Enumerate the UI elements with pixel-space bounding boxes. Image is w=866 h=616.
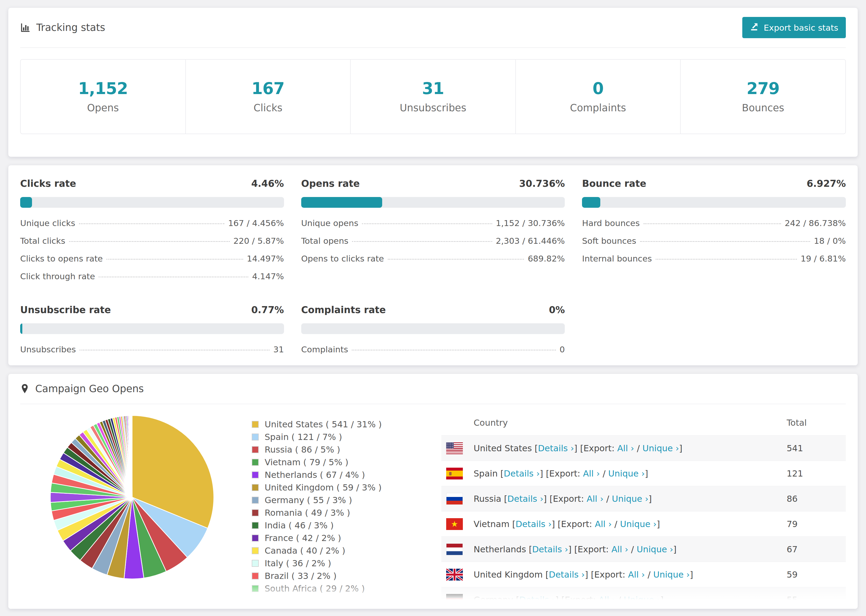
dotted-leader <box>80 350 269 350</box>
opens-rate-block: Opens rate 30.736% Unique opens1,152 / 3… <box>301 178 565 285</box>
complaints-rate-title: Complaints rate <box>301 305 386 315</box>
legend-swatch <box>252 484 259 491</box>
map-marker-icon <box>20 383 29 394</box>
summary-unsubscribes: 31 Unsubscribes <box>350 60 515 134</box>
russia-flag-icon <box>446 493 463 505</box>
complaints-rate-value: 0% <box>549 305 565 315</box>
dotted-leader <box>79 223 225 224</box>
stat-row: Opens to clicks rate689.82% <box>301 250 565 267</box>
country-total: 59 <box>787 569 846 580</box>
summary-clicks: 167 Clicks <box>185 60 350 134</box>
dotted-leader <box>99 277 248 277</box>
legend-item: Netherlands ( 67 / 4% ) <box>252 470 378 480</box>
legend-item: Italy ( 36 / 2% ) <box>252 558 378 569</box>
details-link[interactable]: Details › <box>516 519 552 529</box>
opens-rate-value: 30.736% <box>519 178 565 189</box>
legend-item: Romania ( 49 / 3% ) <box>252 508 378 518</box>
dotted-leader <box>640 241 810 242</box>
clicks-rate-progress <box>20 197 284 208</box>
legend-item: France ( 42 / 2% ) <box>252 533 378 543</box>
netherlands-flag-icon <box>446 544 463 555</box>
dotted-leader <box>352 241 492 242</box>
export-all-link[interactable]: All › <box>617 443 634 453</box>
page-title: Tracking stats <box>36 22 105 33</box>
clicks-label: Clicks <box>186 102 350 114</box>
export-unique-link[interactable]: Unique › <box>608 468 645 479</box>
pie-legend: United States ( 541 / 31% ) Spain ( 121 … <box>252 419 378 596</box>
export-unique-link[interactable]: Unique › <box>636 544 673 555</box>
bounces-label: Bounces <box>681 102 845 114</box>
export-unique-link[interactable]: Unique › <box>642 443 679 453</box>
geo-title-wrap: Campaign Geo Opens <box>20 383 144 394</box>
total-column-header: Total <box>787 418 846 428</box>
export-basic-stats-button[interactable]: Export basic stats <box>742 17 846 38</box>
table-row: Germany [Details ›] [Export: All › / Uni… <box>441 587 846 609</box>
summary-complaints: 0 Complaints <box>515 60 680 134</box>
legend-swatch <box>252 560 259 567</box>
legend-item: Vietnam ( 79 / 5% ) <box>252 457 378 467</box>
country-total: 79 <box>787 519 846 529</box>
clicks-rate-title: Clicks rate <box>20 178 76 189</box>
bounce-rate-title: Bounce rate <box>582 178 646 189</box>
unsubscribes-label: Unsubscribes <box>351 102 515 114</box>
export-all-link[interactable]: All › <box>628 569 645 580</box>
export-all-link[interactable]: All › <box>595 519 612 529</box>
country-total: 55 <box>787 595 846 605</box>
geo-title: Campaign Geo Opens <box>35 383 144 394</box>
stat-row: Unsubscribes31 <box>20 341 284 358</box>
dotted-leader <box>69 241 230 242</box>
stat-row: Internal bounces19 / 6.81% <box>582 250 846 267</box>
legend-swatch <box>252 421 259 428</box>
tracking-stats-title: Tracking stats <box>20 22 105 33</box>
unsubscribe-rate-block: Unsubscribe rate 0.77% Unsubscribes31 <box>20 305 284 358</box>
stat-row: Clicks to opens rate14.497% <box>20 250 284 267</box>
bounce-rate-value: 6.927% <box>806 178 846 189</box>
opens-rate-title: Opens rate <box>301 178 360 189</box>
legend-item: United States ( 541 / 31% ) <box>252 419 378 429</box>
export-all-link[interactable]: All › <box>598 595 615 605</box>
export-all-link[interactable]: All › <box>583 468 600 479</box>
opens-rate-progress-fill <box>301 197 382 208</box>
legend-swatch <box>252 509 259 516</box>
details-link[interactable]: Details › <box>532 544 568 555</box>
export-unique-link[interactable]: Unique › <box>620 519 657 529</box>
legend-swatch <box>252 471 259 478</box>
unsubscribe-rate-progress <box>20 323 284 334</box>
export-unique-link[interactable]: Unique › <box>653 569 690 580</box>
vietnam-flag-icon: ★ <box>446 518 463 530</box>
legend-swatch <box>252 585 259 592</box>
export-all-link[interactable]: All › <box>611 544 628 555</box>
table-row: Netherlands [Details ›] [Export: All › /… <box>441 536 846 562</box>
stat-row: Total opens2,303 / 61.446% <box>301 232 565 250</box>
legend-item: Canada ( 40 / 2% ) <box>252 545 378 556</box>
table-row: Russia [Details ›] [Export: All › / Uniq… <box>441 486 846 511</box>
legend-swatch <box>252 522 259 529</box>
country-total: 86 <box>787 494 846 504</box>
details-link[interactable]: Details › <box>507 494 543 504</box>
export-unique-link[interactable]: Unique › <box>624 595 660 605</box>
unsubscribe-rate-progress-fill <box>20 323 22 334</box>
opens-rate-progress <box>301 197 565 208</box>
details-link[interactable]: Details › <box>519 595 555 605</box>
country-total: 67 <box>787 544 846 555</box>
table-row: Spain [Details ›] [Export: All › / Uniqu… <box>441 460 846 486</box>
spain-flag-icon <box>446 468 463 479</box>
legend-item: India ( 46 / 3% ) <box>252 520 378 531</box>
legend-swatch <box>252 547 259 554</box>
details-link[interactable]: Details › <box>504 468 540 479</box>
clicks-count: 167 <box>186 79 350 98</box>
table-row: United Kingdom [Details ›] [Export: All … <box>441 562 846 587</box>
complaints-count: 0 <box>516 79 680 98</box>
stat-row: Unique clicks167 / 4.456% <box>20 214 284 232</box>
stat-row: Unique opens1,152 / 30.736% <box>301 214 565 232</box>
opens-label: Opens <box>21 102 185 114</box>
bounce-rate-progress <box>582 197 846 208</box>
details-link[interactable]: Details › <box>549 569 585 580</box>
details-link[interactable]: Details › <box>538 443 574 453</box>
dotted-leader <box>644 223 781 224</box>
legend-swatch <box>252 446 259 453</box>
stat-row: Total clicks220 / 5.87% <box>20 232 284 250</box>
geo-country-table: Country Total United States [Details ›] … <box>441 411 846 609</box>
export-unique-link[interactable]: Unique › <box>612 494 649 504</box>
export-all-link[interactable]: All › <box>587 494 603 504</box>
